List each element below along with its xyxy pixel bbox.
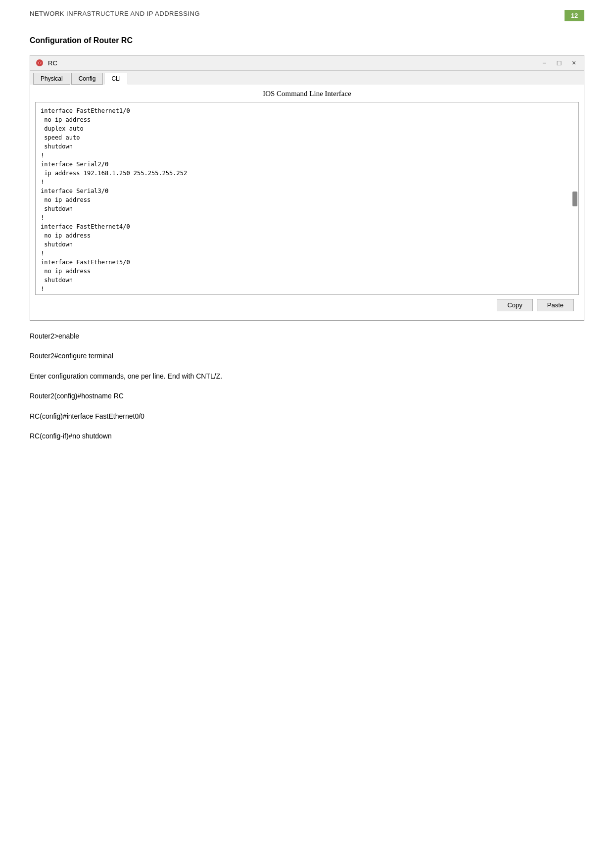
window-controls: − □ × [539, 59, 579, 67]
minimize-button[interactable]: − [539, 59, 549, 67]
body-line-4: RC(config)#interface FastEthernet0/0 [30, 411, 584, 422]
copy-button[interactable]: Copy [497, 299, 532, 311]
cli-content: interface FastEthernet1/0 no ip address … [41, 106, 573, 295]
page-header: NETWORK INFRASTRUCTURE AND IP ADDRESSING… [30, 10, 584, 21]
tab-cli[interactable]: CLI [104, 73, 128, 85]
svg-point-1 [39, 62, 41, 64]
body-line-1: Router2#configure terminal [30, 350, 584, 361]
cli-section: IOS Command Line Interface interface Fas… [30, 85, 584, 320]
maximize-button[interactable]: □ [554, 59, 564, 67]
body-text-block: Router2>enable Router2#configure termina… [30, 331, 584, 441]
scrollbar-thumb[interactable] [572, 192, 577, 206]
body-line-5: RC(config-if)#no shutdown [30, 431, 584, 441]
paste-button[interactable]: Paste [537, 299, 574, 311]
router-icon [35, 58, 44, 67]
router-titlebar: RC − □ × [30, 55, 584, 71]
body-line-0: Router2>enable [30, 331, 584, 341]
body-line-2: Enter configuration commands, one per li… [30, 371, 584, 382]
document-title: NETWORK INFRASTRUCTURE AND IP ADDRESSING [30, 10, 200, 17]
body-line-3: Router2(config)#hostname RC [30, 390, 584, 401]
section-title: Configuration of Router RC [30, 36, 584, 45]
close-button[interactable]: × [569, 59, 579, 67]
titlebar-left: RC [35, 58, 57, 67]
tab-physical[interactable]: Physical [33, 73, 70, 85]
cli-header-title: IOS Command Line Interface [35, 90, 579, 98]
cli-buttons: Copy Paste [35, 295, 579, 315]
router-window: RC − □ × Physical Config CLI IOS Command… [30, 55, 584, 321]
cli-terminal[interactable]: interface FastEthernet1/0 no ip address … [35, 102, 579, 295]
router-title-name: RC [48, 59, 57, 67]
tab-config[interactable]: Config [71, 73, 103, 85]
page-number-badge: 12 [565, 10, 584, 21]
router-tabs: Physical Config CLI [30, 71, 584, 85]
